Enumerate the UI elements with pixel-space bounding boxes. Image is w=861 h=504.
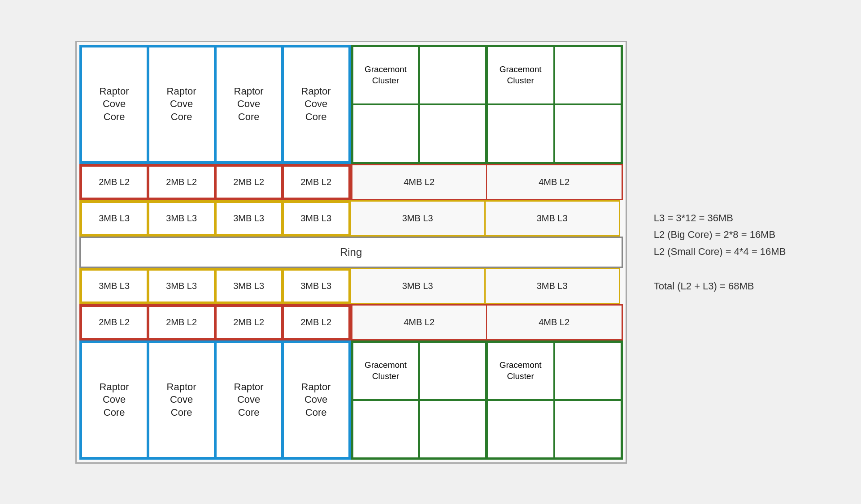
bottom-l2-row: 2MB L2 2MB L2 2MB L2 2MB L2 4MB L2 4MB L… (79, 304, 623, 340)
ring-row: Ring (79, 237, 623, 268)
gracemont-bot-sub-4 (419, 400, 486, 458)
raptor-core-bot-1: RaptorCoveCore (81, 342, 148, 458)
gracemont-bot-sub-2 (419, 342, 486, 400)
l2-small-bot-2: 4MB L2 (487, 306, 622, 339)
gracemont-sub-5: GracemontCluster (487, 46, 554, 104)
gracemont-bot-sub-7 (487, 400, 554, 458)
l2-big-bot-3: 2MB L2 (215, 306, 283, 339)
legend-panel: L3 = 3*12 = 36MB L2 (Big Core) = 2*8 = 1… (654, 210, 786, 295)
raptor-core-bot-3: RaptorCoveCore (215, 342, 283, 458)
gracemont-bot-sub-5: GracemontCluster (487, 342, 554, 400)
l3-bottom-group: 3MB L3 3MB L3 3MB L3 3MB L3 3MB L3 3MB L… (79, 268, 620, 304)
l3-bot-1: 3MB L3 (81, 269, 148, 303)
l2-big-top-2: 2MB L2 (148, 165, 215, 199)
l2-big-bottom-group: 2MB L2 2MB L2 2MB L2 2MB L2 (79, 304, 351, 340)
gracemont-sub-3 (352, 104, 419, 163)
raptor-core-top-1: RaptorCoveCore (81, 46, 148, 163)
gracemont-sub-2 (419, 46, 486, 104)
gracemont-sub-6 (554, 46, 622, 104)
raptor-core-top-2: RaptorCoveCore (148, 46, 215, 163)
l2-small-bottom-group: 4MB L2 4MB L2 (351, 304, 623, 340)
top-cores-row: RaptorCoveCore RaptorCoveCore RaptorCove… (79, 45, 623, 164)
bottom-cores-row: RaptorCoveCore RaptorCoveCore RaptorCove… (79, 340, 623, 460)
l3-formula: L3 = 3*12 = 36MB (654, 210, 786, 226)
l2-small-top-2: 4MB L2 (487, 165, 622, 199)
l2-small-top-1: 4MB L2 (352, 165, 487, 199)
l3-top-1: 3MB L3 (81, 202, 148, 235)
gracemont-sub-4 (419, 104, 486, 163)
gracemont-bottom-group: GracemontCluster GracemontCluster (351, 340, 623, 460)
ring-label: Ring (340, 246, 362, 258)
gracemont-sub-1: GracemontCluster (352, 46, 419, 104)
gracemont-bot-sub-8 (554, 400, 622, 458)
l3-bot-3: 3MB L3 (215, 269, 283, 303)
gracemont-bot-sub-1: GracemontCluster (352, 342, 419, 400)
gracemont-bot-sub-6 (554, 342, 622, 400)
l3-top-5: 3MB L3 (350, 202, 484, 235)
l2-big-bot-2: 2MB L2 (148, 306, 215, 339)
l3-bot-5: 3MB L3 (350, 269, 484, 303)
raptor-bottom-group: RaptorCoveCore RaptorCoveCore RaptorCove… (79, 340, 351, 460)
l2-big-top-4: 2MB L2 (283, 165, 350, 199)
l3-bot-4: 3MB L3 (283, 269, 350, 303)
gracemont-top-group: GracemontCluster GracemontCluster (351, 45, 623, 164)
raptor-top-group: RaptorCoveCore RaptorCoveCore RaptorCove… (79, 45, 351, 164)
l3-bot-6: 3MB L3 (484, 269, 619, 303)
main-container: RaptorCoveCore RaptorCoveCore RaptorCove… (75, 41, 786, 464)
bottom-l3-row: 3MB L3 3MB L3 3MB L3 3MB L3 3MB L3 3MB L… (79, 268, 623, 304)
total-formula: Total (L2 + L3) = 68MB (654, 278, 786, 294)
l3-top-2: 3MB L3 (148, 202, 215, 235)
gracemont-sub-7 (487, 104, 554, 163)
l2-big-top-3: 2MB L2 (215, 165, 283, 199)
l2-big-formula: L2 (Big Core) = 2*8 = 16MB (654, 226, 786, 243)
gracemont-sub-8 (554, 104, 622, 163)
l3-bot-2: 3MB L3 (148, 269, 215, 303)
l3-top-4: 3MB L3 (283, 202, 350, 235)
raptor-core-top-3: RaptorCoveCore (215, 46, 283, 163)
l2-big-bot-4: 2MB L2 (283, 306, 350, 339)
l2-big-top-1: 2MB L2 (81, 165, 148, 199)
l2-big-top-group: 2MB L2 2MB L2 2MB L2 2MB L2 (79, 164, 351, 200)
raptor-core-top-4: RaptorCoveCore (283, 46, 350, 163)
l2-small-top-group: 4MB L2 4MB L2 (351, 164, 623, 200)
l2-small-formula: L2 (Small Core) = 4*4 = 16MB (654, 243, 786, 260)
l3-top-6: 3MB L3 (484, 202, 619, 235)
l2-big-bot-1: 2MB L2 (81, 306, 148, 339)
top-l3-row: 3MB L3 3MB L3 3MB L3 3MB L3 3MB L3 3MB L… (79, 200, 623, 237)
raptor-core-bot-2: RaptorCoveCore (148, 342, 215, 458)
raptor-core-bot-4: RaptorCoveCore (283, 342, 350, 458)
architecture-diagram: RaptorCoveCore RaptorCoveCore RaptorCove… (75, 41, 627, 464)
l3-top-group: 3MB L3 3MB L3 3MB L3 3MB L3 3MB L3 3MB L… (79, 200, 620, 237)
l3-top-3: 3MB L3 (215, 202, 283, 235)
cache-formulas: L3 = 3*12 = 36MB L2 (Big Core) = 2*8 = 1… (654, 210, 786, 260)
l2-small-bot-1: 4MB L2 (352, 306, 487, 339)
gracemont-bot-sub-3 (352, 400, 419, 458)
top-l2-row: 2MB L2 2MB L2 2MB L2 2MB L2 4MB L2 4MB L… (79, 164, 623, 200)
